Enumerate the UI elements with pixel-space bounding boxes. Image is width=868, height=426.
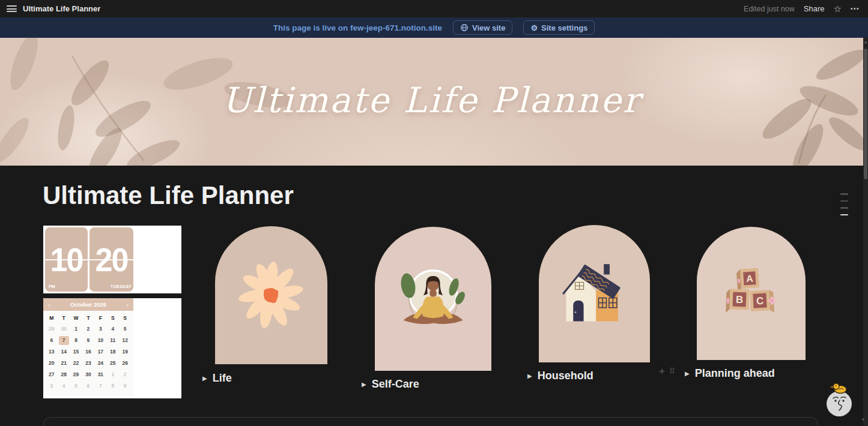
calendar-day[interactable]: 17: [96, 347, 106, 356]
calendar-next-icon[interactable]: ›: [121, 301, 133, 308]
calendar-day[interactable]: 19: [120, 347, 130, 356]
calendar-day[interactable]: 23: [83, 359, 93, 368]
calendar-day[interactable]: 25: [108, 359, 118, 368]
toggle-section-life[interactable]: ▶ Life: [202, 372, 232, 385]
calendar-day[interactable]: 2: [120, 370, 130, 379]
block-letter-c: C: [756, 295, 763, 307]
page-cover-image: Ultimate Life Planner: [0, 38, 863, 166]
avatar-circle: [827, 391, 852, 416]
scroll-down-icon[interactable]: ▼: [861, 417, 866, 422]
calendar-day[interactable]: 13: [46, 347, 56, 356]
top-bar: Ultimate Life Planner Edited just now Sh…: [0, 0, 868, 17]
view-site-button[interactable]: View site: [453, 20, 512, 35]
calendar-day[interactable]: 9: [120, 382, 130, 391]
calendar-day[interactable]: 1: [71, 325, 81, 334]
calendar-widget: ‹ October 2025 › MTWTFSS2930123456789101…: [43, 298, 181, 398]
calendar-day[interactable]: 8: [108, 382, 118, 391]
site-settings-button[interactable]: ⚙ Site settings: [523, 20, 595, 35]
calendar-day-header: M: [46, 315, 58, 321]
live-site-message: This page is live on few-jeep-671.notion…: [273, 23, 442, 32]
calendar-day[interactable]: 29: [46, 325, 56, 334]
more-options-icon[interactable]: •••: [851, 5, 860, 12]
planning-ahead-card-image: A B C: [697, 227, 806, 360]
section-label-life: Life: [213, 372, 232, 385]
section-label-self-care: Self-Care: [372, 378, 419, 391]
duck-avatar-button[interactable]: [824, 382, 855, 421]
calendar-day[interactable]: 27: [46, 370, 56, 379]
calendar-day[interactable]: 11: [108, 336, 118, 345]
self-care-card-image: [375, 227, 491, 371]
notion-app-window: Ultimate Life Planner Edited just now Sh…: [0, 0, 868, 426]
add-block-icon[interactable]: +: [659, 366, 665, 376]
calendar-month-title: October 2025: [55, 301, 121, 308]
calendar-day[interactable]: 4: [108, 325, 118, 334]
favorite-star-icon[interactable]: ☆: [834, 4, 842, 13]
calendar-day[interactable]: 28: [59, 370, 69, 379]
scrollbar-thumb[interactable]: [864, 49, 867, 179]
house-illustration: [556, 261, 634, 327]
block-letter-a: A: [745, 274, 753, 284]
calendar-day[interactable]: 30: [83, 370, 93, 379]
block-hover-controls: + ⠿: [659, 366, 675, 376]
calendar-day[interactable]: 6: [46, 336, 56, 345]
calendar-panel: ‹ October 2025 › MTWTFSS2930123456789101…: [43, 298, 133, 396]
sidebar-toggle-icon[interactable]: [7, 5, 17, 12]
table-of-contents-indicator[interactable]: [840, 193, 848, 215]
view-site-label: View site: [472, 23, 505, 32]
calendar-day[interactable]: 10: [96, 336, 106, 345]
calendar-day[interactable]: 29: [71, 370, 81, 379]
calendar-day[interactable]: 1: [108, 370, 118, 379]
calendar-day-header: W: [70, 315, 82, 321]
calendar-day[interactable]: 3: [46, 382, 56, 391]
calendar-day[interactable]: 18: [108, 347, 118, 356]
calendar-day[interactable]: 15: [71, 347, 81, 356]
calendar-day-selected[interactable]: 7: [59, 336, 69, 345]
calendar-day[interactable]: 8: [71, 336, 81, 345]
calendar-day[interactable]: 20: [46, 359, 56, 368]
household-card-image: [539, 225, 650, 362]
scroll-up-icon[interactable]: ▲: [863, 40, 868, 44]
calendar-day[interactable]: 9: [83, 336, 93, 345]
calendar-day[interactable]: 30: [59, 325, 69, 334]
cover-script-title: Ultimate Life Planner: [222, 80, 641, 121]
calendar-day[interactable]: 5: [71, 382, 81, 391]
share-button[interactable]: Share: [804, 4, 825, 13]
calendar-day[interactable]: 2: [83, 325, 93, 334]
abc-blocks-illustration: A B C: [715, 260, 788, 326]
section-label-planning-ahead: Planning ahead: [695, 367, 775, 380]
calendar-day-header: F: [94, 315, 106, 321]
calendar-day[interactable]: 26: [120, 359, 130, 368]
flip-clock-split-line: [45, 259, 133, 260]
calendar-day[interactable]: 24: [96, 359, 106, 368]
rubber-duck-icon: [830, 383, 846, 394]
page-title[interactable]: Ultimate Life Planner: [43, 181, 294, 210]
toggle-section-planning-ahead[interactable]: ▶ Planning ahead: [685, 367, 775, 380]
calendar-day[interactable]: 6: [83, 382, 93, 391]
calendar-day[interactable]: 3: [96, 325, 106, 334]
edited-timestamp: Edited just now: [744, 5, 795, 13]
calendar-day[interactable]: 12: [120, 336, 130, 345]
calendar-day-header: S: [107, 315, 119, 321]
calendar-day[interactable]: 16: [83, 347, 93, 356]
calendar-prev-icon[interactable]: ‹: [43, 301, 55, 308]
globe-icon: [460, 23, 469, 32]
vertical-scrollbar[interactable]: ▲: [863, 38, 868, 426]
calendar-day[interactable]: 31: [96, 370, 106, 379]
block-letter-b: B: [735, 294, 743, 305]
flip-clock-widget: 10 20 PM TUESDAY: [43, 226, 181, 293]
toggle-section-self-care[interactable]: ▶ Self-Care: [362, 378, 419, 391]
calendar-day[interactable]: 22: [71, 359, 81, 368]
calendar-day[interactable]: 7: [96, 382, 106, 391]
toggle-section-household[interactable]: ▶ Household: [527, 370, 593, 382]
toggle-triangle-icon: ▶: [527, 373, 532, 379]
calendar-day[interactable]: 4: [59, 382, 69, 391]
drag-handle-icon[interactable]: ⠿: [669, 367, 675, 375]
calendar-day[interactable]: 21: [59, 359, 69, 368]
meditating-woman-illustration: [388, 254, 478, 344]
calendar-day[interactable]: 5: [120, 325, 130, 334]
calendar-day-header: S: [119, 315, 131, 321]
clock-meridiem: PM: [49, 284, 55, 289]
toggle-triangle-icon: ▶: [685, 371, 690, 377]
gear-icon: ⚙: [530, 24, 538, 32]
calendar-day[interactable]: 14: [59, 347, 69, 356]
